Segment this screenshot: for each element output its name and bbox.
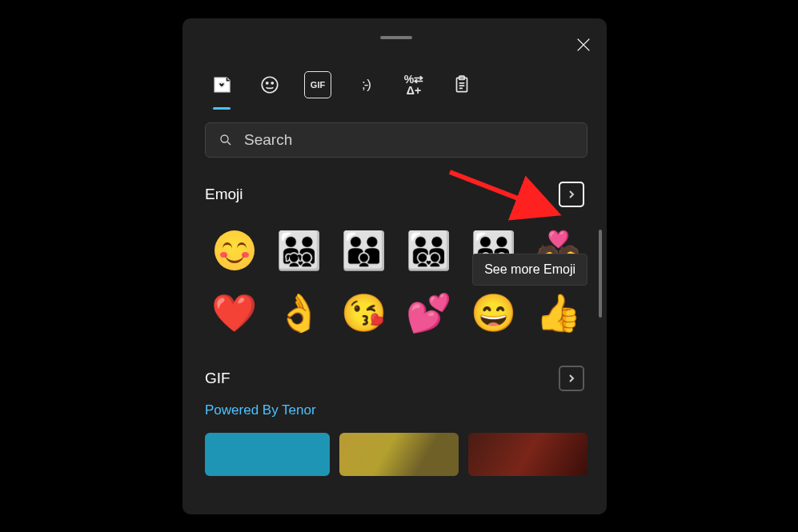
powered-by-tenor-link[interactable]: Powered By Tenor (205, 402, 591, 418)
emoji-family-man-man-boy[interactable]: 👨‍👨‍👦 (335, 226, 393, 274)
emoji-family-man-man-boy-boy[interactable]: 👨‍👨‍👦‍👦 (399, 226, 458, 274)
svg-point-1 (267, 82, 268, 84)
emoji-expand-button[interactable] (559, 182, 584, 207)
chevron-right-icon (567, 374, 576, 383)
drag-handle[interactable] (380, 36, 412, 39)
svg-point-8 (221, 135, 228, 142)
emoji-face-blowing-kiss[interactable]: 😘 (335, 289, 393, 337)
emoji-beaming-face[interactable]: 😄 (464, 289, 523, 337)
close-button[interactable] (575, 36, 592, 54)
gif-row (205, 433, 587, 476)
tab-symbols[interactable]: %⇄ Δ+ (400, 71, 427, 98)
close-icon (575, 36, 592, 54)
svg-point-2 (271, 82, 273, 84)
emoji-two-hearts[interactable]: 💕 (399, 289, 458, 337)
search-icon (219, 133, 233, 147)
gif-section: GIF Powered By Tenor (202, 366, 591, 476)
clipboard-icon (451, 74, 472, 95)
tab-clipboard[interactable] (448, 71, 475, 98)
gif-thumbnail-1[interactable] (205, 433, 330, 476)
emoji-red-heart[interactable]: ❤️ (205, 289, 263, 337)
smiley-icon (259, 74, 280, 95)
svg-point-0 (262, 77, 278, 93)
gif-thumbnail-3[interactable] (468, 433, 587, 476)
blush-face-icon (215, 230, 255, 270)
emoji-smiling-face-blushing[interactable] (205, 226, 263, 274)
emoji-panel: GIF ;-) %⇄ Δ+ Emoji 👨‍👨‍👧‍👦 👨‍👨‍👦 👨‍👨 (182, 18, 607, 514)
sticker-heart-icon (211, 74, 232, 95)
search-input[interactable] (244, 131, 574, 149)
emoji-thumbs-up[interactable]: 👍 (529, 289, 587, 337)
emoji-ok-hand[interactable]: 👌 (270, 289, 328, 337)
gif-thumbnail-2[interactable] (339, 433, 459, 476)
tab-kaomoji[interactable]: ;-) (352, 71, 379, 98)
category-tabs: GIF ;-) %⇄ Δ+ (208, 71, 591, 98)
gif-expand-button[interactable] (559, 366, 584, 391)
chevron-right-icon (567, 190, 576, 199)
tab-emoji[interactable] (256, 71, 283, 98)
tab-gif[interactable]: GIF (304, 71, 331, 98)
gif-section-title: GIF (205, 370, 231, 387)
emoji-family-man-man-girl-boy[interactable]: 👨‍👨‍👧‍👦 (270, 226, 328, 274)
tab-recent[interactable] (208, 71, 235, 98)
emoji-section-title: Emoji (205, 186, 243, 203)
scrollbar-thumb[interactable] (599, 230, 602, 318)
search-field[interactable] (205, 122, 587, 158)
see-more-emoji-tooltip: See more Emoji (472, 254, 587, 286)
